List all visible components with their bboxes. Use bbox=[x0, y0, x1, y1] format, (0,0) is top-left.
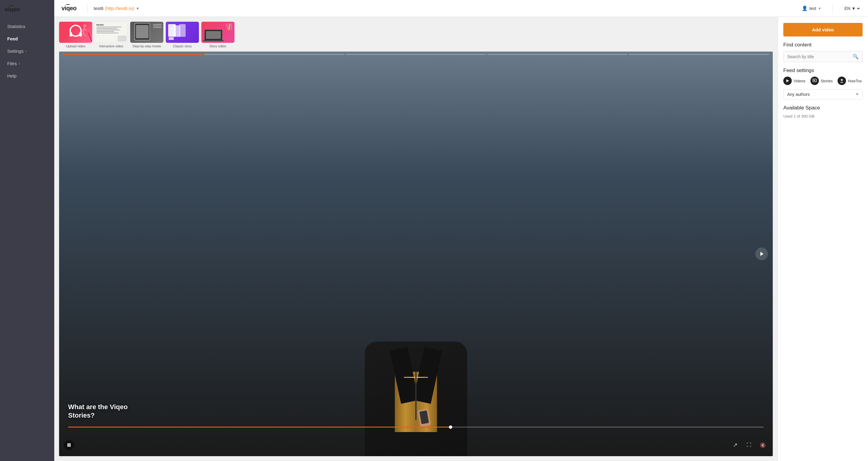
sidebar: viqeo Statistics Feed Settings › Files ›… bbox=[0, 0, 54, 461]
svg-marker-12 bbox=[786, 79, 789, 82]
content-type-stories[interactable]: Stories bbox=[810, 76, 833, 85]
sidebar-item-statistics[interactable]: Statistics bbox=[0, 20, 54, 33]
user-dropdown-arrow-icon: ▼ bbox=[818, 7, 821, 10]
user-menu[interactable]: 👤 test ▼ bbox=[802, 5, 821, 11]
stories-icon-svg bbox=[812, 79, 817, 83]
sidebar-item-label: Feed bbox=[7, 36, 18, 41]
search-box: 🔍 bbox=[783, 51, 863, 62]
language-select[interactable]: EN ▼ RU bbox=[843, 6, 861, 11]
svg-line-8 bbox=[85, 29, 87, 31]
svg-point-3 bbox=[83, 24, 86, 27]
editor-thumb bbox=[201, 22, 235, 43]
settings-arrow-icon: › bbox=[25, 49, 27, 53]
video-type-interactive[interactable]: NEWS Interactive vide bbox=[95, 22, 128, 48]
pause-icon bbox=[67, 443, 71, 447]
videos-icon bbox=[783, 76, 792, 85]
upload-label: Upload video bbox=[66, 44, 85, 48]
news-lines bbox=[96, 27, 126, 33]
sidebar-item-label: Help bbox=[7, 73, 17, 79]
header: viqeo test6 (http://test6.ru) ▼ 👤 test ▼… bbox=[54, 0, 868, 17]
svg-line-5 bbox=[82, 32, 83, 37]
search-input[interactable] bbox=[787, 54, 852, 59]
svg-rect-1 bbox=[70, 32, 72, 36]
share-button[interactable]: ↗ bbox=[730, 440, 740, 450]
progress-seg-1 bbox=[63, 54, 203, 55]
progress-seg-3 bbox=[346, 54, 486, 55]
video-type-classic[interactable]: story Classic story bbox=[166, 22, 199, 48]
fullscreen-button[interactable]: ⛶ bbox=[744, 440, 754, 450]
svg-marker-14 bbox=[814, 80, 815, 81]
add-video-button[interactable]: Add video bbox=[783, 23, 863, 36]
video-title: What are the Viqeo Stories? bbox=[68, 403, 153, 420]
right-panel: Add video Find content 🔍 Feed settings bbox=[778, 17, 868, 461]
next-button[interactable] bbox=[755, 248, 768, 260]
sidebar-item-label: Statistics bbox=[7, 24, 25, 29]
logo: viqeo bbox=[5, 6, 20, 13]
editor-label: Story editor bbox=[210, 44, 226, 48]
right-controls: ↗ ⛶ 🔇 bbox=[730, 440, 768, 450]
find-content-section: Find content 🔍 bbox=[783, 42, 863, 62]
svg-point-15 bbox=[841, 79, 843, 81]
progress-seg-2 bbox=[204, 54, 345, 55]
content-type-buttons: Videos Stories bbox=[783, 76, 863, 85]
left-panel: Upload video NEWS bbox=[54, 17, 778, 461]
site-name: test6 bbox=[94, 6, 104, 11]
site-dropdown-arrow-icon[interactable]: ▼ bbox=[136, 7, 139, 10]
sidebar-item-feed[interactable]: Feed bbox=[0, 33, 54, 45]
find-content-title: Find content bbox=[783, 42, 863, 48]
authors-select[interactable]: Any authors Author 1 Author 2 bbox=[783, 89, 863, 99]
svg-line-6 bbox=[83, 32, 86, 37]
available-space-title: Available Space bbox=[783, 105, 863, 111]
sidebar-item-label: Settings bbox=[7, 49, 24, 54]
svg-marker-11 bbox=[761, 252, 764, 256]
site-url[interactable]: (http://test6.ru) bbox=[105, 6, 134, 11]
user-label: test bbox=[809, 6, 816, 11]
header-divider bbox=[87, 4, 88, 13]
available-space-section: Available Space Used 1 of 300 GB bbox=[783, 105, 863, 119]
video-progress-fill bbox=[68, 427, 451, 428]
video-controls: ↗ ⛶ 🔇 bbox=[64, 440, 768, 450]
pause-button[interactable] bbox=[64, 440, 74, 450]
howto-label: Step-by-step howto bbox=[133, 44, 161, 48]
video-type-carousel: Upload video NEWS bbox=[59, 22, 773, 48]
sidebar-item-settings[interactable]: Settings › bbox=[0, 45, 54, 57]
sidebar-item-files[interactable]: Files › bbox=[0, 57, 54, 70]
howtos-icon bbox=[838, 76, 846, 85]
video-background bbox=[59, 52, 773, 456]
sidebar-item-help[interactable]: Help bbox=[0, 70, 54, 82]
howto-thumb bbox=[130, 22, 163, 43]
next-icon bbox=[758, 251, 765, 257]
feed-settings-section: Feed settings Videos bbox=[783, 67, 863, 99]
interactive-label: Interactive video bbox=[99, 44, 123, 48]
classic-thumb: story bbox=[166, 22, 199, 43]
video-progress-bar[interactable] bbox=[68, 427, 764, 428]
stories-icon bbox=[810, 76, 819, 85]
howtos-icon-svg bbox=[840, 79, 844, 83]
video-player: What are the Viqeo Stories? bbox=[59, 52, 773, 456]
sidebar-item-label: Files bbox=[7, 61, 17, 66]
main-content: viqeo test6 (http://test6.ru) ▼ 👤 test ▼… bbox=[54, 0, 868, 461]
content-type-videos[interactable]: Videos bbox=[783, 76, 806, 85]
logo-full: viqeo bbox=[61, 5, 76, 12]
stories-label: Stories bbox=[821, 79, 833, 83]
progress-bars bbox=[63, 54, 769, 55]
video-type-upload[interactable]: Upload video bbox=[59, 22, 92, 48]
files-arrow-icon: › bbox=[19, 62, 20, 66]
person-icon bbox=[80, 23, 89, 40]
svg-rect-10 bbox=[69, 443, 70, 447]
video-type-editor[interactable]: Story editor bbox=[201, 22, 235, 48]
user-icon: 👤 bbox=[802, 5, 808, 11]
progress-seg-4 bbox=[487, 54, 628, 55]
video-progress-dot bbox=[449, 425, 453, 429]
header-right: 👤 test ▼ EN ▼ RU bbox=[802, 4, 861, 13]
search-icon[interactable]: 🔍 bbox=[852, 54, 859, 59]
mute-button[interactable]: 🔇 bbox=[758, 440, 768, 450]
play-icon bbox=[785, 79, 789, 83]
video-person-overlay bbox=[59, 52, 773, 456]
content-type-howtos[interactable]: HowTos bbox=[838, 76, 862, 85]
interactive-thumb: NEWS bbox=[95, 22, 128, 43]
videos-label: Videos bbox=[794, 79, 806, 83]
howtos-label: HowTos bbox=[848, 79, 862, 83]
svg-rect-9 bbox=[67, 443, 69, 447]
video-type-howto[interactable]: Step-by-step howto bbox=[130, 22, 163, 48]
